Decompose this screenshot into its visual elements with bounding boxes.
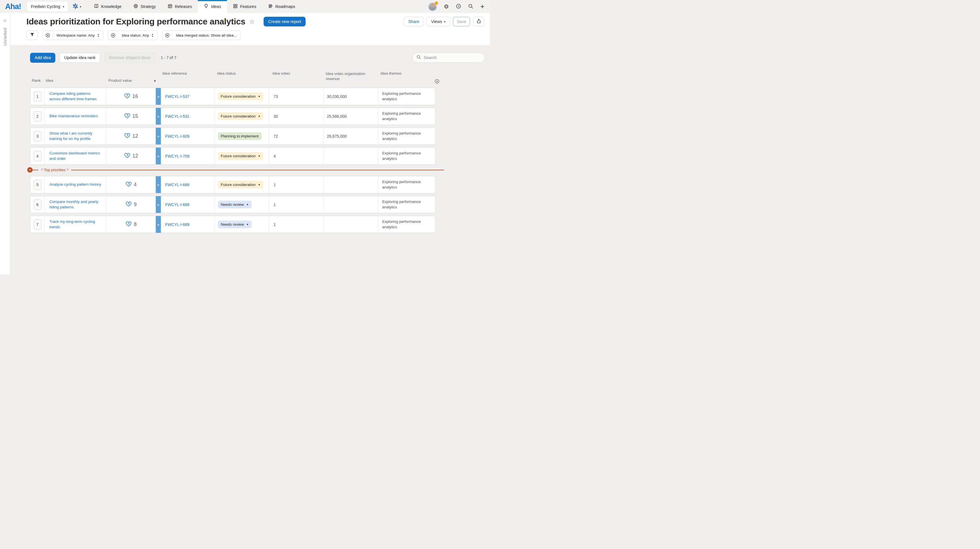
col-header-product-value[interactable]: Product value ▼ (106, 78, 161, 84)
idea-reference-link[interactable]: FWCYL-I-537 (165, 94, 189, 99)
filters-button[interactable] (26, 30, 38, 40)
chevron-down-icon: ▼ (246, 223, 249, 226)
open-drawer-chevron[interactable]: » (156, 148, 161, 164)
aha-logo[interactable]: Aha! (5, 2, 21, 11)
open-drawer-chevron[interactable]: » (156, 216, 161, 233)
table-row: 5 Analyze cycling pattern history # 4 » … (30, 176, 436, 193)
rank-badge[interactable]: 5 (34, 180, 41, 190)
create-new-report-button[interactable]: Create new report (264, 17, 305, 26)
col-header-idea-votes-revenue[interactable]: Idea votes organization revenue (323, 71, 378, 83)
status-label: Needs review (221, 222, 244, 227)
rank-badge[interactable]: 3 (34, 131, 41, 141)
rank-number: 3 (36, 134, 38, 139)
settings-gear-button[interactable]: ⚙ (444, 4, 449, 10)
global-search-button[interactable] (468, 4, 473, 10)
open-drawer-chevron[interactable]: » (156, 108, 161, 124)
idea-reference-link[interactable]: FWCYL-I-531 (165, 114, 189, 119)
chevron-down-icon: ▾ (80, 5, 81, 8)
col-header-idea-themes[interactable]: Idea themes (378, 71, 436, 77)
remove-filter-icon[interactable] (108, 31, 118, 40)
export-button[interactable] (473, 17, 484, 26)
idea-status-pill[interactable]: Future consideration ▼ (218, 152, 263, 160)
add-column-icon[interactable] (435, 79, 439, 84)
idea-reference-link[interactable]: FWCYL-I-686 (165, 182, 189, 187)
nav-item-roadmaps[interactable]: Roadmaps (262, 0, 301, 13)
idea-link[interactable]: Bike maintenance reminders (49, 113, 98, 119)
product-value-cell[interactable]: # 8 (106, 216, 156, 233)
unranked-panel-label[interactable]: Unranked (3, 28, 7, 46)
divider-line (71, 170, 444, 170)
idea-reference-link[interactable]: FWCYL-I-709 (165, 154, 189, 158)
idea-link[interactable]: Track my long-term cycling trends (49, 219, 102, 229)
add-idea-button[interactable]: Add idea (30, 53, 55, 63)
product-value-cell[interactable]: # 16 (106, 88, 156, 105)
idea-reference-link[interactable]: FWCYL-I-609 (165, 134, 189, 139)
idea-status-pill[interactable]: Needs review ▼ (218, 220, 252, 228)
remove-filter-icon[interactable] (162, 31, 172, 40)
col-header-idea-status[interactable]: Idea status (215, 71, 269, 77)
update-idea-rank-button[interactable]: Update idea rank (60, 53, 100, 63)
workspace-selector[interactable]: Fredwin Cycling ▾ (27, 2, 68, 11)
views-button[interactable]: Views ▾ (426, 17, 450, 26)
idea-link[interactable]: Customize dashboard metrics and order (49, 151, 102, 161)
col-header-idea-reference[interactable]: Idea reference (161, 71, 215, 77)
col-header-idea-votes[interactable]: Idea votes (269, 71, 323, 77)
heart-score-icon: # (126, 201, 132, 208)
remove-filter-icon[interactable] (43, 31, 53, 40)
chevron-down-icon: ▾ (444, 20, 445, 23)
expand-panel-icon[interactable]: » (4, 18, 6, 23)
nav-item-ideas[interactable]: Ideas (198, 0, 227, 13)
table-header-row: Rank Idea Product value ▼ Idea reference… (30, 71, 436, 84)
open-drawer-chevron[interactable]: » (156, 176, 161, 193)
rank-badge[interactable]: 6 (34, 199, 41, 210)
table-search[interactable] (412, 53, 485, 63)
rank-badge[interactable]: 7 (34, 219, 41, 230)
idea-votes-cell: 30 (269, 108, 323, 124)
table-row: 7 Track my long-term cycling trends # 8 … (30, 216, 436, 233)
open-drawer-chevron[interactable]: » (156, 88, 161, 105)
save-button[interactable]: Save (453, 17, 470, 26)
idea-link[interactable]: Show what I am currently training for on… (49, 131, 102, 141)
rank-badge[interactable]: 4 (34, 151, 41, 161)
idea-status-pill[interactable]: Future consideration ▼ (218, 93, 263, 100)
remove-divider-icon[interactable]: ✕ (27, 167, 33, 172)
nav-item-releases[interactable]: Releases (162, 0, 198, 13)
share-button[interactable]: Share (404, 17, 424, 26)
open-drawer-chevron[interactable]: » (156, 128, 161, 145)
help-button[interactable]: ? (456, 4, 461, 10)
open-drawer-chevron[interactable]: » (156, 196, 161, 213)
filter-pill-idea-status[interactable]: Idea status: Any (108, 30, 158, 40)
idea-link[interactable]: Compare monthly and yearly riding patter… (49, 199, 102, 209)
quick-add-button[interactable]: + (480, 3, 484, 10)
nav-item-strategy[interactable]: Strategy (127, 0, 162, 13)
avatar[interactable] (428, 3, 437, 11)
product-value-cell[interactable]: # 9 (106, 196, 156, 213)
filter-pill-workspace[interactable]: Workspace name: Any (43, 30, 103, 40)
product-value-cell[interactable]: # 4 (106, 176, 156, 193)
product-value-cell[interactable]: # 12 (106, 128, 156, 145)
idea-reference-link[interactable]: FWCYL-I-689 (165, 222, 189, 227)
product-value-cell[interactable]: # 15 (106, 108, 156, 124)
idea-status-pill[interactable]: Needs review ▼ (218, 201, 252, 208)
nav-label: Knowledge (101, 4, 121, 9)
nav-item-knowledge[interactable]: Knowledge (88, 0, 127, 13)
idea-status-pill[interactable]: Planning to implement (218, 132, 262, 140)
table-row: 1 Compare riding patterns across differe… (30, 88, 436, 105)
filter-pill-merged-status[interactable]: Idea merged status: Show all idea... (162, 30, 240, 40)
idea-status-pill[interactable]: Future consideration ▼ (218, 112, 263, 120)
ai-assistant-button[interactable]: ▾ (72, 3, 81, 10)
idea-link[interactable]: Compare riding patterns across different… (49, 91, 102, 101)
nav-item-features[interactable]: Features (227, 0, 262, 13)
favorite-star-icon[interactable]: ☆ (249, 18, 255, 25)
search-input[interactable] (423, 55, 480, 60)
col-header-idea[interactable]: Idea (45, 78, 106, 84)
idea-status-pill[interactable]: Future consideration ▼ (218, 181, 263, 188)
product-value-number: 12 (132, 133, 138, 139)
rank-badge[interactable]: 2 (34, 111, 41, 121)
product-value-cell[interactable]: # 12 (106, 148, 156, 164)
rank-badge[interactable]: 1 (34, 91, 41, 102)
filter-label: Workspace name: Any (56, 33, 95, 37)
idea-link[interactable]: Analyze cycling pattern history (49, 182, 101, 187)
idea-reference-link[interactable]: FWCYL-I-688 (165, 203, 189, 207)
col-header-rank[interactable]: Rank (30, 78, 45, 84)
